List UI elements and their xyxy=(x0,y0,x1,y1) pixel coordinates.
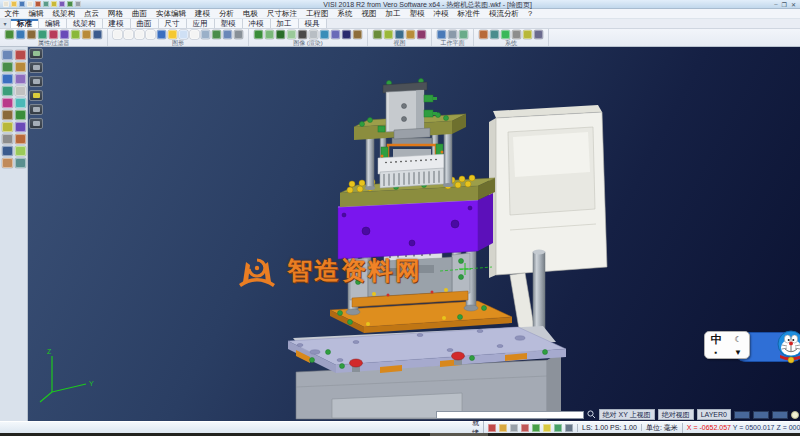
palette-tool-icon[interactable] xyxy=(15,62,26,72)
ribbon-tool-icon[interactable] xyxy=(93,30,102,39)
ribbon-tool-icon[interactable] xyxy=(417,30,426,39)
palette-tool-icon[interactable] xyxy=(15,98,26,108)
menu-item[interactable]: 工程图 xyxy=(302,9,334,19)
palette-tool-icon[interactable] xyxy=(15,74,26,84)
ribbon-tool-icon[interactable] xyxy=(27,30,36,39)
palette-tool-icon[interactable] xyxy=(15,50,26,60)
toolbar-tab[interactable]: 应用 xyxy=(187,19,215,28)
ribbon-tool-icon[interactable] xyxy=(287,30,296,39)
palette-tool-icon[interactable] xyxy=(2,122,13,132)
ime-tool-dot[interactable]: ▪ xyxy=(715,348,718,357)
maximize-button[interactable]: ❐ xyxy=(782,1,787,8)
ribbon-tool-icon[interactable] xyxy=(406,30,415,39)
ribbon-tool-icon[interactable] xyxy=(448,30,457,39)
menu-item[interactable]: 标准件 xyxy=(453,9,485,19)
quick-access-tool-icon[interactable] xyxy=(51,1,57,7)
palette-tool-icon[interactable] xyxy=(2,62,13,72)
ribbon-tool-icon[interactable] xyxy=(490,30,499,39)
collapse-toolbar-button[interactable]: ▾ xyxy=(0,19,11,28)
menu-item[interactable]: 线架构 xyxy=(48,9,80,19)
color-swatch[interactable] xyxy=(753,411,769,419)
ribbon-tool-icon[interactable] xyxy=(534,30,543,39)
render-mode-ball[interactable] xyxy=(791,411,799,419)
quick-access-tool-icon[interactable] xyxy=(67,1,73,7)
status-toggle-icon[interactable] xyxy=(499,424,507,432)
ribbon-tool-icon[interactable] xyxy=(5,30,14,39)
palette-tool-icon[interactable] xyxy=(2,146,13,156)
ribbon-tool-icon[interactable] xyxy=(437,30,446,39)
palette-tool-icon[interactable] xyxy=(15,134,26,144)
ribbon-tool-icon[interactable] xyxy=(82,30,91,39)
palette-tool-icon[interactable] xyxy=(2,98,13,108)
palette-tool-icon[interactable] xyxy=(15,146,26,156)
ribbon-tool-icon[interactable] xyxy=(512,30,521,39)
ribbon-tool-icon[interactable] xyxy=(384,30,393,39)
toolbar-tab[interactable]: 尺寸 xyxy=(159,19,187,28)
color-swatch[interactable] xyxy=(734,411,750,419)
view-mini-button[interactable] xyxy=(29,90,43,101)
toolbar-tab[interactable]: 编辑 xyxy=(39,19,67,28)
quick-access-tool-icon[interactable] xyxy=(19,1,25,7)
menu-item[interactable]: 塑模 xyxy=(405,9,429,19)
ribbon-tool-icon[interactable] xyxy=(309,30,318,39)
palette-tool-icon[interactable] xyxy=(15,110,26,120)
ribbon-tool-icon[interactable] xyxy=(135,30,144,39)
ribbon-tool-icon[interactable] xyxy=(190,30,199,39)
ribbon-tool-icon[interactable] xyxy=(146,30,155,39)
workplane-indicator[interactable]: 绝对 XY 上视图 xyxy=(599,409,655,420)
ribbon-tool-icon[interactable] xyxy=(212,30,221,39)
menu-item[interactable]: 冲模 xyxy=(429,9,453,19)
ribbon-tool-icon[interactable] xyxy=(49,30,58,39)
menu-item[interactable]: 模流分析 xyxy=(485,9,524,19)
toolbar-tab[interactable]: 标准 xyxy=(11,19,39,28)
toolbar-tab[interactable]: 曲面 xyxy=(131,19,159,28)
status-toggle-icon[interactable] xyxy=(532,424,540,432)
quick-access-tool-icon[interactable] xyxy=(3,1,9,7)
ime-menu-arrow[interactable]: ▼ xyxy=(734,348,742,357)
ribbon-tool-icon[interactable] xyxy=(234,30,243,39)
menu-item[interactable]: 建模 xyxy=(191,9,215,19)
quick-access-tool-icon[interactable] xyxy=(43,1,49,7)
menu-item[interactable]: 曲面 xyxy=(128,9,152,19)
view-indicator[interactable]: 绝对视图 xyxy=(658,409,694,420)
palette-tool-icon[interactable] xyxy=(15,86,26,96)
close-button[interactable]: ✕ xyxy=(791,1,796,8)
ribbon-tool-icon[interactable] xyxy=(501,30,510,39)
status-toggle-icon[interactable] xyxy=(488,424,496,432)
layer-indicator[interactable]: LAYER0 xyxy=(697,409,731,420)
quick-access-tool-icon[interactable] xyxy=(35,1,41,7)
ribbon-tool-icon[interactable] xyxy=(124,30,133,39)
view-mini-button[interactable] xyxy=(29,118,43,129)
status-toggle-icon[interactable] xyxy=(510,424,518,432)
ribbon-tool-icon[interactable] xyxy=(113,30,122,39)
ribbon-tool-icon[interactable] xyxy=(201,30,210,39)
menu-item[interactable]: 分析 xyxy=(215,9,239,19)
scale-indicator[interactable]: LS: 1.00 PS: 1.00 xyxy=(578,424,642,431)
quick-access-tool-icon[interactable] xyxy=(27,1,33,7)
ribbon-tool-icon[interactable] xyxy=(479,30,488,39)
ribbon-tool-icon[interactable] xyxy=(16,30,25,39)
ribbon-tool-icon[interactable] xyxy=(38,30,47,39)
status-toggle-icon[interactable] xyxy=(543,424,551,432)
command-input[interactable] xyxy=(436,411,584,419)
menu-item[interactable]: 编辑 xyxy=(24,9,48,19)
ribbon-tool-icon[interactable] xyxy=(254,30,263,39)
minimize-button[interactable]: – xyxy=(774,1,777,8)
ime-panel[interactable]: 中 ☾ ▪ ▼ xyxy=(704,331,750,359)
status-toggle-icon[interactable] xyxy=(521,424,529,432)
status-toggle-icon[interactable] xyxy=(565,424,573,432)
menu-item[interactable]: 尺寸标注 xyxy=(263,9,302,19)
quick-access-tool-icon[interactable] xyxy=(59,1,65,7)
menu-item[interactable]: 电极 xyxy=(239,9,263,19)
ribbon-tool-icon[interactable] xyxy=(168,30,177,39)
menu-item[interactable]: 实体编辑 xyxy=(152,9,191,19)
ribbon-tool-icon[interactable] xyxy=(179,30,188,39)
ime-language-indicator[interactable]: 中 xyxy=(711,334,722,345)
view-mini-button[interactable] xyxy=(29,104,43,115)
ime-widget[interactable]: 中 ☾ ▪ ▼ xyxy=(704,329,800,367)
units-indicator[interactable]: 单位: 毫米 xyxy=(642,423,683,433)
ribbon-tool-icon[interactable] xyxy=(459,30,468,39)
view-mini-button[interactable] xyxy=(29,76,43,87)
menu-item[interactable]: 文件 xyxy=(0,9,24,19)
color-swatch[interactable] xyxy=(772,411,788,419)
